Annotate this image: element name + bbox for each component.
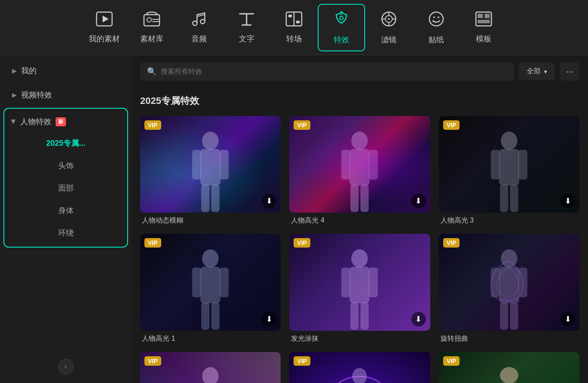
effect-thumbnail-2: VIP ⬇	[289, 116, 430, 213]
my-section-title: 我的	[21, 66, 37, 76]
active-section-title: 人物特效	[20, 116, 51, 127]
filters-icon	[380, 10, 397, 30]
svg-point-13	[388, 18, 390, 20]
nav-filters[interactable]: 滤镜	[365, 4, 413, 51]
sidebar: ▶ 我的 ▶ 视频特效 ▶ 人物特效 新	[0, 55, 131, 383]
svg-rect-27	[192, 150, 201, 179]
sidebar-sub-item-surround[interactable]: 环绕	[6, 222, 125, 244]
vip-badge-8: VIP	[294, 356, 310, 366]
nav-audio[interactable]: 音频	[175, 4, 223, 51]
effect-card-1[interactable]: VIP	[140, 116, 281, 225]
effect-card-9[interactable]: VIP	[439, 352, 579, 383]
effect-thumbnail-5: VIP ⬇	[289, 234, 430, 330]
more-button[interactable]: ···	[560, 62, 579, 81]
sidebar-collapse-button[interactable]: ‹	[58, 359, 74, 374]
active-section-header[interactable]: ▶ 人物特效 新	[4, 111, 127, 132]
svg-rect-52	[369, 268, 378, 298]
download-icon-6: ⬇	[565, 314, 571, 324]
effect-card-3[interactable]: VIP ⬇	[439, 116, 579, 225]
search-input-wrap[interactable]: 🔍	[140, 63, 514, 81]
nav-transition[interactable]: 转场	[270, 4, 318, 51]
vip-badge-9: VIP	[443, 356, 460, 366]
effect-thumbnail-4: VIP ⬇	[140, 234, 281, 330]
templates-label: 模板	[476, 34, 491, 44]
effects-icon	[333, 10, 350, 30]
svg-rect-53	[350, 302, 359, 330]
nav-effects[interactable]: 特效	[318, 4, 365, 51]
effect-thumbnail-6: VIP	[439, 234, 579, 330]
sidebar-active-section: ▶ 人物特效 新 2025专属... 头饰 面部 身体	[3, 108, 128, 248]
nav-my-media[interactable]: 我的素材	[81, 4, 128, 51]
media-lib-icon	[143, 11, 160, 29]
effect-name-3: 人物高光 3	[439, 216, 579, 225]
audio-icon	[191, 11, 208, 29]
vip-badge-2: VIP	[294, 120, 310, 130]
stickers-label: 贴纸	[428, 35, 444, 45]
chevron-down-icon: ▾	[544, 68, 547, 75]
top-nav: 我的素材 素材库 音频	[0, 0, 588, 55]
effect-card-4[interactable]: VIP ⬇	[140, 234, 281, 343]
svg-rect-35	[350, 185, 359, 212]
svg-point-25	[202, 132, 219, 150]
download-button-1[interactable]: ⬇	[262, 194, 276, 208]
sidebar-section-header-my[interactable]: ▶ 我的	[3, 60, 128, 82]
search-icon: 🔍	[147, 67, 156, 76]
effect-card-6[interactable]: VIP	[439, 234, 579, 343]
download-button-4[interactable]: ⬇	[262, 312, 276, 326]
download-button-2[interactable]: ⬇	[411, 194, 426, 208]
sidebar-section-my: ▶ 我的	[0, 60, 131, 82]
nav-text[interactable]: 文字	[223, 4, 270, 51]
svg-point-37	[501, 132, 517, 150]
effect-thumbnail-3: VIP ⬇	[439, 116, 579, 213]
vip-badge-1: VIP	[144, 120, 161, 130]
effects-grid: VIP	[140, 116, 579, 383]
effect-card-5[interactable]: VIP ⬇	[289, 234, 430, 343]
vip-badge-5: VIP	[294, 238, 310, 248]
nav-stickers[interactable]: 贴纸	[413, 4, 460, 51]
svg-rect-46	[219, 268, 228, 298]
download-icon-4: ⬇	[266, 314, 272, 324]
effect-card-2[interactable]: VIP ⬇	[289, 116, 430, 225]
effect-thumbnail-8: VIP	[289, 352, 430, 383]
svg-rect-48	[211, 302, 219, 330]
sidebar-sub-item-body[interactable]: 身体	[6, 199, 125, 222]
effect-name-4: 人物高光 1	[140, 334, 281, 343]
media-lib-label: 素材库	[140, 34, 163, 44]
svg-rect-36	[361, 185, 369, 212]
vip-badge-4: VIP	[144, 238, 161, 248]
svg-rect-54	[361, 302, 369, 330]
text-icon	[238, 11, 255, 29]
main-area: ▶ 我的 ▶ 视频特效 ▶ 人物特效 新	[0, 55, 588, 383]
svg-point-18	[429, 12, 443, 26]
sidebar-sub-item-2025[interactable]: 2025专属...	[6, 132, 125, 154]
download-button-6[interactable]: ⬇	[560, 312, 575, 326]
content-scroll: 2025专属特效 VIP	[131, 88, 588, 383]
nav-templates[interactable]: 模板	[460, 4, 507, 51]
filter-label: 全部	[527, 67, 541, 76]
effect-name-5: 发光涂抹	[289, 334, 430, 343]
my-media-icon	[96, 11, 113, 29]
effects-label: 特效	[334, 35, 349, 45]
effect-card-8[interactable]: VIP	[289, 352, 430, 383]
section-heading: 2025专属特效	[140, 94, 579, 107]
sidebar-sub-item-face[interactable]: 面部	[6, 177, 125, 199]
effect-thumbnail-1: VIP	[140, 116, 281, 213]
svg-point-3	[147, 18, 151, 22]
download-button-5[interactable]: ⬇	[411, 312, 426, 326]
filter-button[interactable]: 全部 ▾	[519, 63, 555, 80]
nav-media-lib[interactable]: 素材库	[128, 4, 175, 51]
sidebar-sub-items: 2025专属... 头饰 面部 身体 环绕	[4, 132, 127, 244]
svg-rect-33	[341, 150, 350, 179]
svg-rect-50	[350, 267, 370, 303]
sidebar-sub-item-head[interactable]: 头饰	[6, 154, 125, 177]
search-input[interactable]	[161, 68, 507, 75]
transition-label: 转场	[286, 34, 302, 44]
svg-point-70	[353, 368, 367, 383]
effect-card-7[interactable]: VIP	[140, 352, 281, 383]
download-button-3[interactable]: ⬇	[560, 194, 575, 208]
svg-rect-24	[478, 20, 490, 23]
content-area: 🔍 全部 ▾ ··· 2025专属特效 VIP	[131, 55, 588, 383]
svg-point-4	[193, 21, 197, 25]
svg-point-49	[351, 249, 368, 267]
sidebar-section-header-video[interactable]: ▶ 视频特效	[3, 84, 128, 106]
